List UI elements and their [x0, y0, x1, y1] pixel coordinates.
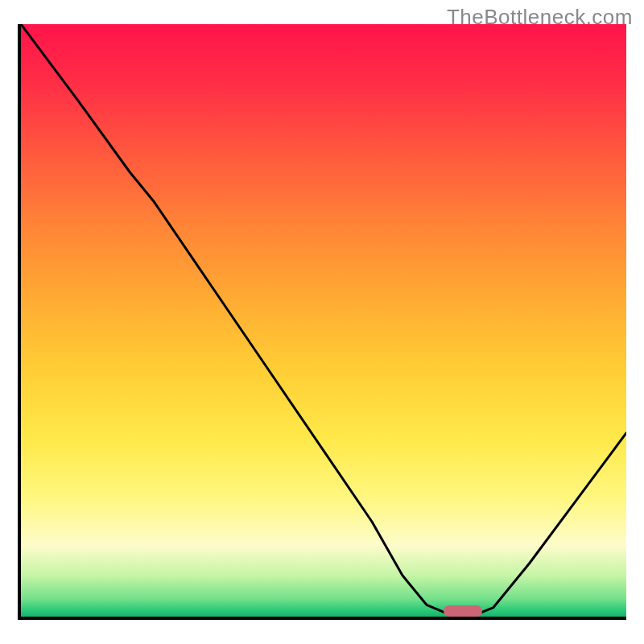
optimal-marker [444, 605, 483, 617]
chart-container: TheBottleneck.com [0, 0, 644, 644]
bottleneck-curve [21, 24, 626, 617]
plot-area [18, 24, 626, 620]
